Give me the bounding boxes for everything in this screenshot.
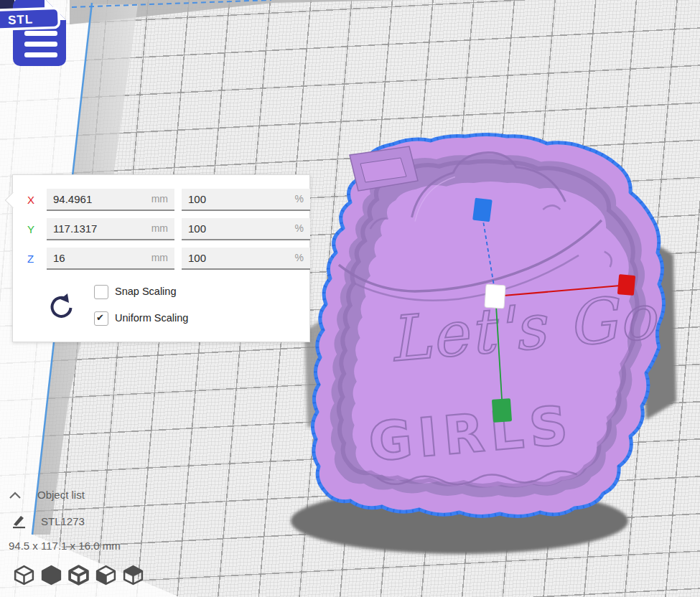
scale-y-percent-input[interactable]: 100 %	[182, 218, 310, 240]
model-dimensions-readout: 94.5 x 117.1 x 16.0 mm	[9, 540, 121, 552]
uniform-scaling-label: Uniform Scaling	[115, 312, 188, 324]
axis-z-label: Z	[27, 248, 42, 270]
stl-badge-label: STL	[8, 12, 34, 27]
scale-handle-z[interactable]	[472, 198, 493, 222]
edit-pencil-icon[interactable]	[11, 512, 29, 530]
unit-percent: %	[295, 189, 304, 210]
model-freshie-mold[interactable]: Let's Go GIRLS	[312, 135, 671, 517]
scale-z-percent-input[interactable]: 100 %	[182, 248, 310, 270]
scale-row-x: X 94.4961 mm 100 %	[13, 189, 309, 211]
scale-y-mm-input[interactable]: 117.1317 mm	[47, 218, 174, 240]
object-list-title: Object list	[37, 489, 85, 501]
stl-badge: STL	[0, 8, 59, 29]
scale-x-percent-input[interactable]: 100 %	[182, 189, 310, 211]
cube-hollow-icon[interactable]	[67, 564, 90, 586]
scale-x-mm-input[interactable]: 94.4961 mm	[47, 189, 174, 211]
chevron-up-icon[interactable]	[9, 491, 22, 499]
scale-tool-panel: X 94.4961 mm 100 % Y 117.1317 mm 100 % Z…	[12, 174, 310, 342]
cube-solid-icon[interactable]	[40, 564, 62, 586]
scale-handle-center[interactable]	[485, 284, 505, 309]
unit-mm: mm	[151, 248, 168, 268]
scale-row-z: Z 16 mm 100 %	[13, 248, 309, 270]
snap-scaling-label: Snap Scaling	[115, 286, 176, 297]
snap-scaling-checkbox[interactable]	[94, 285, 108, 299]
scale-handle-x[interactable]	[617, 274, 635, 296]
object-list-item[interactable]: STL1273	[41, 515, 85, 527]
unit-mm: mm	[151, 189, 168, 210]
file-text-lines	[24, 31, 57, 57]
cube-wireframe-icon[interactable]	[13, 564, 35, 586]
unit-mm: mm	[151, 218, 168, 239]
stl-file-icon: STL	[0, 0, 75, 70]
scale-z-mm-input[interactable]: 16 mm	[47, 248, 174, 270]
unit-percent: %	[295, 218, 304, 239]
axis-x-label: X	[27, 189, 42, 211]
uniform-scaling-checkbox[interactable]	[94, 311, 108, 326]
axis-y-label: Y	[27, 218, 42, 240]
cube-top-face-icon[interactable]	[122, 564, 144, 586]
unit-percent: %	[295, 248, 304, 268]
reset-scale-button[interactable]	[47, 293, 75, 323]
scale-row-y: Y 117.1317 mm 100 %	[13, 218, 309, 240]
cube-left-face-icon[interactable]	[95, 564, 117, 586]
scale-handle-y[interactable]	[492, 398, 512, 423]
